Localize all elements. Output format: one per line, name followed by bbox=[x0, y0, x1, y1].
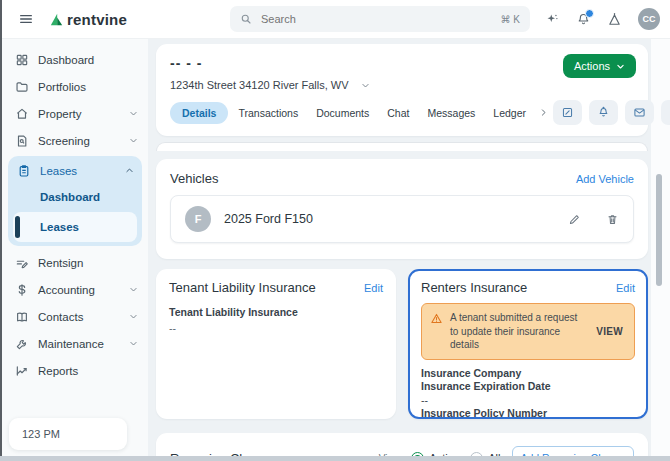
vehicle-row: F 2025 Ford F150 bbox=[170, 195, 634, 243]
rentvine-logo-icon bbox=[48, 11, 65, 28]
renters-insurance-title: Renters Insurance bbox=[421, 280, 527, 295]
sidebar-subitem-dashboard[interactable]: Dashboard bbox=[8, 184, 142, 210]
edit-tenant-liability-link[interactable]: Edit bbox=[364, 282, 383, 294]
sidebar-item-reports[interactable]: Reports bbox=[2, 357, 148, 384]
notifications-bell-icon[interactable] bbox=[576, 12, 591, 27]
delete-vehicle-icon[interactable] bbox=[606, 213, 619, 226]
sidebar-item-rentsign[interactable]: Rentsign bbox=[2, 249, 148, 276]
chevron-down-icon[interactable] bbox=[361, 81, 370, 90]
clock-widget: 123 PM bbox=[9, 418, 127, 450]
sidebar-item-label: Screening bbox=[38, 135, 90, 147]
announcements-icon[interactable] bbox=[607, 12, 622, 27]
edit-vehicle-icon[interactable] bbox=[568, 213, 581, 226]
property-address: 1234th Street 34120 River Falls, WV bbox=[170, 79, 349, 91]
renters-insurance-card: Renters Insurance Edit A tenant submitte… bbox=[408, 269, 648, 419]
warning-triangle-icon bbox=[430, 312, 443, 325]
sidebar-item-label: Accounting bbox=[38, 284, 95, 296]
house-icon bbox=[15, 107, 29, 121]
lease-header-card: -- - - Actions 1234th Street 34120 River… bbox=[156, 44, 648, 136]
topbar: rentvine ⌘ K CC bbox=[0, 0, 670, 39]
tab-messages[interactable]: Messages bbox=[419, 102, 483, 124]
window-left-edge bbox=[0, 0, 2, 461]
sidebar-item-label: Portfolios bbox=[38, 81, 86, 93]
insurance-line: Insurance Company bbox=[421, 367, 635, 381]
sidebar-item-contacts[interactable]: Contacts bbox=[2, 303, 148, 330]
notification-dot bbox=[585, 9, 594, 18]
sidebar-item-property[interactable]: Property bbox=[2, 100, 148, 127]
sidebar-subitem-label: Dashboard bbox=[40, 191, 100, 203]
field-value: -- bbox=[169, 322, 383, 334]
brand-name: rentvine bbox=[67, 11, 127, 28]
main-area: -- - - Actions 1234th Street 34120 River… bbox=[148, 38, 670, 461]
sidebar-item-accounting[interactable]: Accounting bbox=[2, 276, 148, 303]
bell-icon bbox=[597, 106, 610, 119]
tab-chat[interactable]: Chat bbox=[379, 102, 417, 124]
search-input[interactable] bbox=[259, 12, 494, 26]
search-shortcut: ⌘ K bbox=[501, 14, 520, 25]
more-tabs-chevron-right-icon[interactable] bbox=[539, 108, 548, 117]
alerts-button[interactable] bbox=[589, 100, 618, 125]
sidebar-item-leases[interactable]: Leases bbox=[8, 157, 142, 184]
chevron-down-icon bbox=[616, 62, 625, 71]
sidebar-item-label: Dashboard bbox=[38, 54, 94, 66]
add-vehicle-link[interactable]: Add Vehicle bbox=[576, 173, 634, 185]
vehicles-card: Vehicles Add Vehicle F 2025 Ford F150 bbox=[156, 159, 648, 259]
search-bar[interactable]: ⌘ K bbox=[230, 6, 530, 32]
chevron-down-icon bbox=[129, 312, 138, 321]
note-edit-icon bbox=[561, 106, 574, 119]
active-indicator-bar bbox=[15, 216, 20, 238]
note-edit-button[interactable] bbox=[553, 100, 582, 125]
wrench-icon bbox=[15, 337, 29, 351]
sidebar: Dashboard Portfolios Property Screening … bbox=[2, 38, 148, 456]
actions-button[interactable]: Actions bbox=[563, 54, 636, 78]
sidebar-item-dashboard[interactable]: Dashboard bbox=[2, 46, 148, 73]
sidebar-item-maintenance[interactable]: Maintenance bbox=[2, 330, 148, 357]
search-icon bbox=[240, 13, 252, 25]
document-search-icon bbox=[15, 134, 29, 148]
sidebar-item-label: Contacts bbox=[38, 311, 83, 323]
book-icon bbox=[15, 310, 29, 324]
sidebar-item-screening[interactable]: Screening bbox=[2, 127, 148, 154]
sidebar-item-label: Maintenance bbox=[38, 338, 104, 350]
watch-button[interactable] bbox=[661, 100, 670, 125]
tenant-liability-title: Tenant Liability Insurance bbox=[169, 280, 316, 295]
edit-renters-insurance-link[interactable]: Edit bbox=[616, 282, 635, 294]
folder-icon bbox=[15, 80, 29, 94]
vehicle-avatar: F bbox=[185, 206, 211, 232]
chevron-down-icon bbox=[129, 136, 138, 145]
sidebar-subitem-label: Leases bbox=[40, 221, 79, 233]
email-button[interactable] bbox=[625, 100, 654, 125]
ai-sparkles-icon[interactable] bbox=[545, 12, 560, 27]
chevron-down-icon bbox=[129, 109, 138, 118]
scrolled-card-edge bbox=[156, 142, 648, 151]
tab-transactions[interactable]: Transactions bbox=[230, 102, 306, 124]
chevron-down-icon bbox=[129, 339, 138, 348]
sidebar-item-label: Reports bbox=[38, 365, 78, 377]
tab-ledger[interactable]: Ledger bbox=[485, 102, 534, 124]
view-alert-button[interactable]: VIEW bbox=[596, 326, 623, 337]
menu-icon[interactable] bbox=[18, 11, 34, 27]
sidebar-item-label: Leases bbox=[40, 165, 77, 177]
vehicles-title: Vehicles bbox=[170, 171, 218, 186]
sidebar-leases-group: Leases Dashboard Leases bbox=[8, 156, 142, 246]
alert-message: A tenant submitted a request to update t… bbox=[450, 311, 586, 352]
field-label: Tenant Liability Insurance bbox=[169, 306, 383, 318]
sidebar-item-portfolios[interactable]: Portfolios bbox=[2, 73, 148, 100]
sidebar-subitem-leases-active[interactable]: Leases bbox=[13, 212, 137, 242]
actions-button-label: Actions bbox=[574, 60, 610, 72]
window-bottom-edge bbox=[0, 456, 670, 461]
rentvine-logo[interactable]: rentvine bbox=[48, 11, 127, 28]
vehicle-name: 2025 Ford F150 bbox=[224, 212, 313, 226]
sidebar-item-label: Rentsign bbox=[38, 257, 83, 269]
tab-details[interactable]: Details bbox=[170, 102, 228, 124]
tab-documents[interactable]: Documents bbox=[308, 102, 377, 124]
insurance-line: -- bbox=[421, 394, 635, 408]
clipboard-icon bbox=[17, 164, 31, 178]
user-avatar[interactable]: CC bbox=[638, 8, 660, 30]
signature-icon bbox=[15, 256, 29, 270]
insurance-line: Insurance Policy Number bbox=[421, 407, 635, 419]
scrollbar-thumb[interactable] bbox=[656, 174, 662, 286]
chart-icon bbox=[15, 364, 29, 378]
tab-bar: Details Transactions Documents Chat Mess… bbox=[170, 100, 634, 125]
insurance-line: Insurance Expiration Date bbox=[421, 380, 635, 394]
